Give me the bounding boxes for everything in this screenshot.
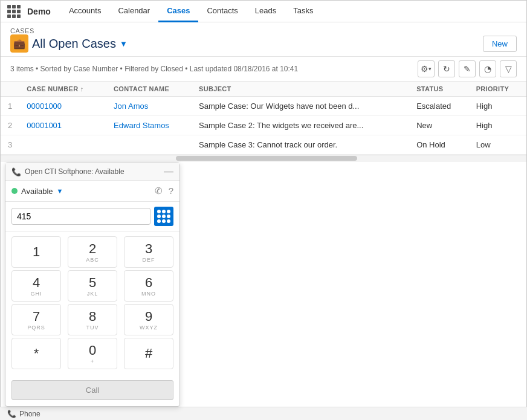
nav-tab-tasks[interactable]: Tasks [285, 1, 322, 22]
key-sub: DEF [143, 257, 155, 263]
col-subject: SUBJECT [192, 82, 409, 97]
keypad-row: 4GHI5JKL6MNO [11, 270, 173, 302]
case-number-cell[interactable]: 00001000 [19, 97, 106, 116]
contact-name-link[interactable]: Jon Amos [114, 102, 148, 111]
cti-header-title: Open CTI Softphone: Available [25, 167, 124, 176]
keypad-key-6[interactable]: 6MNO [124, 270, 173, 302]
refresh-icon: ↻ [443, 64, 450, 74]
refresh-button[interactable]: ↻ [438, 60, 455, 77]
cases-label: CASES [10, 27, 517, 34]
edit-button[interactable]: ✎ [459, 60, 476, 77]
keypad-key-9[interactable]: 9WXYZ [124, 304, 173, 335]
priority-cell: Low [469, 135, 526, 155]
page-title: 💼 All Open Cases ▼ [10, 34, 128, 53]
keypad-key-4[interactable]: 4GHI [11, 270, 61, 302]
phone-handset-icon: 📞 [11, 167, 21, 176]
chart-button[interactable]: ◔ [479, 60, 496, 77]
key-main: * [34, 346, 39, 361]
subject-cell: Sample Case 3: Cannot track our order. [192, 135, 409, 155]
page-title-text: All Open Cases [32, 37, 116, 51]
phone-tab-icon: 📞 [7, 410, 16, 418]
key-main: 3 [145, 241, 152, 257]
phone-tab[interactable]: 📞 Phone [7, 410, 40, 418]
key-main: 4 [33, 275, 40, 291]
key-main: 5 [89, 275, 96, 291]
help-icon[interactable]: ? [169, 186, 173, 196]
col-num [1, 82, 19, 97]
call-button[interactable]: Call [11, 380, 173, 400]
key-sub: + [91, 358, 94, 364]
keypad-row: *0+# [11, 338, 173, 369]
keypad-key-7[interactable]: 7PQRS [11, 304, 61, 335]
case-number-link[interactable]: 00001000 [27, 102, 62, 111]
nav-tab-leads[interactable]: Leads [247, 1, 285, 22]
nav-tab-contacts[interactable]: Contacts [198, 1, 246, 22]
key-main: 6 [145, 275, 152, 291]
settings-button[interactable]: ⚙ ▾ [418, 60, 435, 77]
keypad-key-2[interactable]: 2ABC [68, 236, 117, 268]
keypad-key-1[interactable]: 1 [11, 236, 61, 268]
row-number: 3 [1, 135, 19, 155]
nav-tab-cases[interactable]: Cases [158, 1, 198, 22]
keypad-key-*[interactable]: * [11, 338, 61, 369]
key-sub: WXYZ [140, 325, 158, 331]
status-dropdown-arrow[interactable]: ▼ [57, 187, 63, 195]
scroll-thumb[interactable] [176, 156, 357, 161]
key-main: # [145, 346, 152, 361]
subject-cell: Sample Case: Our Widgets have not been d… [192, 97, 409, 116]
col-status: STATUS [409, 82, 469, 97]
bottom-bar: 📞 Phone [0, 407, 527, 420]
key-sub: TUV [86, 325, 99, 331]
key-sub: GHI [30, 291, 42, 297]
cti-number-input[interactable] [11, 208, 150, 225]
status-text: Available [21, 187, 53, 196]
chart-icon: ◔ [484, 64, 491, 74]
keypad-key-3[interactable]: 3DEF [124, 236, 173, 268]
keypad-key-#[interactable]: # [124, 338, 173, 369]
contact-name-cell: Jon Amos [106, 97, 192, 116]
gear-icon: ⚙ [421, 64, 428, 74]
keypad-key-0[interactable]: 0+ [68, 338, 117, 369]
horizontal-scrollbar[interactable] [1, 155, 526, 162]
table-row: 2 00001001 Edward Stamos Sample Case 2: … [1, 116, 526, 135]
toolbar-actions: ⚙ ▾ ↻ ✎ ◔ ▽ [418, 60, 517, 77]
key-sub: JKL [87, 291, 99, 297]
keypad-toggle-button[interactable] [154, 207, 173, 226]
key-main: 1 [33, 244, 40, 260]
nav-tab-calendar[interactable]: Calendar [109, 1, 158, 22]
col-contact-name: CONTACT NAME [106, 82, 192, 97]
contact-name-cell: Edward Stamos [106, 116, 192, 135]
key-main: 2 [89, 241, 96, 257]
key-sub: ABC [86, 257, 99, 263]
keypad-row: 7PQRS8TUV9WXYZ [11, 304, 173, 335]
cases-icon: 💼 [10, 34, 28, 53]
app-grid-icon[interactable] [5, 3, 22, 20]
case-number-link[interactable]: 00001001 [27, 121, 62, 130]
col-priority: PRIORITY [469, 82, 526, 97]
status-indicator-dot [11, 188, 18, 194]
new-button[interactable]: New [483, 36, 517, 52]
title-dropdown-arrow[interactable]: ▼ [120, 39, 128, 48]
contact-name-link[interactable]: Edward Stamos [114, 121, 169, 130]
cti-status-row: Available ▼ ✆ ? [5, 181, 179, 202]
key-main: 9 [145, 309, 152, 325]
priority-cell: High [469, 116, 526, 135]
keypad-row: 12ABC3DEF [11, 236, 173, 268]
pencil-icon: ✎ [464, 64, 471, 74]
cti-minimize-button[interactable]: — [164, 167, 173, 176]
nav-tab-accounts[interactable]: Accounts [60, 1, 109, 22]
table-row: 1 00001000 Jon Amos Sample Case: Our Wid… [1, 97, 526, 116]
filter-button[interactable]: ▽ [500, 60, 517, 77]
keypad-key-5[interactable]: 5JKL [68, 270, 117, 302]
call-icon[interactable]: ✆ [155, 186, 163, 196]
priority-cell: High [469, 97, 526, 116]
cti-header: 📞 Open CTI Softphone: Available — [5, 163, 179, 181]
table-wrapper: CASE NUMBER ↑ CONTACT NAME SUBJECT STATU… [1, 82, 526, 155]
keypad-key-8[interactable]: 8TUV [68, 304, 117, 335]
cases-table: CASE NUMBER ↑ CONTACT NAME SUBJECT STATU… [1, 82, 526, 155]
page-header: CASES 💼 All Open Cases ▼ New [1, 22, 526, 57]
case-number-cell[interactable]: 00001001 [19, 116, 106, 135]
col-case-number[interactable]: CASE NUMBER ↑ [19, 82, 106, 97]
case-number-cell[interactable] [19, 135, 106, 155]
key-main: 0 [89, 343, 96, 358]
